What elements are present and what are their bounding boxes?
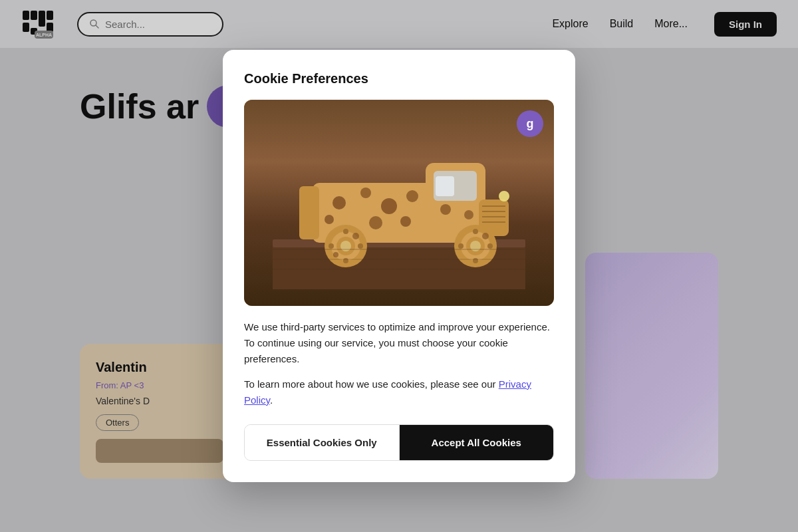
svg-point-18 (360, 188, 371, 198)
svg-point-39 (458, 243, 464, 249)
essential-cookies-button[interactable]: Essential Cookies Only (245, 425, 400, 460)
svg-point-22 (369, 216, 382, 229)
cookie-modal: Cookie Preferences (223, 50, 575, 482)
modal-title: Cookie Preferences (244, 71, 554, 86)
svg-point-23 (400, 216, 411, 227)
svg-point-25 (464, 210, 473, 219)
svg-point-49 (482, 233, 489, 239)
svg-point-19 (381, 198, 397, 214)
svg-rect-16 (436, 176, 454, 196)
svg-point-37 (473, 229, 478, 234)
svg-point-24 (440, 204, 451, 215)
svg-point-21 (325, 215, 334, 224)
modal-policy: To learn more about how we use cookies, … (244, 376, 554, 408)
svg-rect-32 (299, 186, 319, 239)
svg-point-46 (343, 258, 348, 263)
svg-point-44 (340, 241, 351, 251)
svg-point-51 (333, 252, 338, 257)
svg-point-47 (329, 243, 334, 249)
svg-point-31 (499, 191, 509, 201)
svg-point-17 (332, 196, 346, 209)
modal-buttons: Essential Cookies Only Accept All Cookie… (244, 424, 554, 461)
svg-point-48 (358, 243, 363, 249)
cookie-truck-illustration (244, 100, 554, 306)
svg-point-45 (343, 229, 348, 234)
svg-point-20 (406, 190, 418, 202)
svg-point-50 (352, 233, 359, 239)
svg-point-36 (470, 241, 481, 251)
cookie-truck-svg (273, 116, 525, 289)
cookie-image: g (244, 100, 554, 306)
modal-body: We use third-party services to optimize … (244, 319, 554, 367)
svg-point-40 (487, 243, 493, 249)
svg-point-38 (473, 258, 478, 263)
accept-all-cookies-button[interactable]: Accept All Cookies (400, 425, 554, 460)
g-badge: g (517, 110, 543, 137)
